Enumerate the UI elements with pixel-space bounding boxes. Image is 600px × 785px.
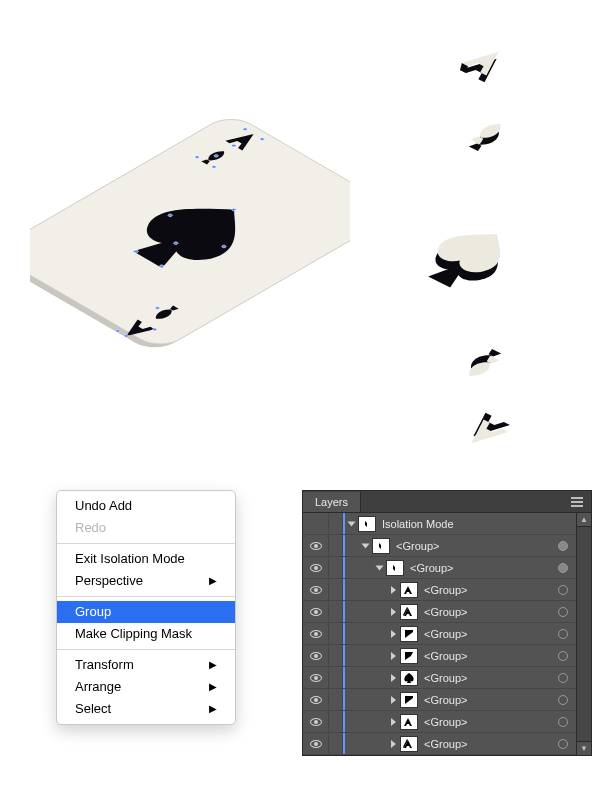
target-button[interactable] (551, 563, 575, 573)
lock-toggle[interactable] (329, 645, 343, 666)
lock-toggle[interactable] (329, 733, 343, 754)
layer-row[interactable]: <Group> (303, 535, 591, 557)
menu-item-undo-add[interactable]: Undo Add (57, 495, 235, 517)
canvas-illustration (0, 0, 600, 480)
menu-separator (57, 543, 235, 544)
disclosure-triangle-icon[interactable] (362, 543, 370, 548)
layer-row[interactable]: <Group> (303, 711, 591, 733)
layer-thumbnail (400, 670, 418, 686)
layer-tree-cell: <Group> (343, 689, 551, 710)
visibility-toggle[interactable] (303, 513, 329, 534)
lock-toggle[interactable] (329, 601, 343, 622)
visibility-toggle[interactable] (303, 711, 329, 732)
layers-tab[interactable]: Layers (303, 492, 361, 512)
layer-tree-cell: <Group> (343, 601, 551, 622)
visibility-toggle[interactable] (303, 623, 329, 644)
submenu-arrow-icon: ▶ (209, 700, 217, 718)
lock-toggle[interactable] (329, 579, 343, 600)
layers-scrollbar[interactable]: ▲ ▼ (576, 513, 591, 755)
layer-name: <Group> (396, 540, 439, 552)
lock-toggle[interactable] (329, 535, 343, 556)
layer-tree-cell: <Group> (343, 579, 551, 600)
menu-item-group[interactable]: Group (57, 601, 235, 623)
layer-row[interactable]: <Group> (303, 601, 591, 623)
layer-name: <Group> (424, 716, 467, 728)
lock-toggle[interactable] (329, 711, 343, 732)
layer-tree-cell: <Group> (343, 557, 551, 578)
lock-toggle[interactable] (329, 667, 343, 688)
eye-icon (310, 542, 322, 550)
eye-icon (310, 740, 322, 748)
menu-item-perspective[interactable]: Perspective▶ (57, 570, 235, 592)
target-button[interactable] (551, 739, 575, 749)
layer-row[interactable]: Isolation Mode (303, 513, 591, 535)
menu-item-make-clipping-mask[interactable]: Make Clipping Mask (57, 623, 235, 645)
disclosure-triangle-icon[interactable] (391, 652, 396, 660)
layer-thumbnail (400, 582, 418, 598)
layer-name: <Group> (424, 650, 467, 662)
target-ring-icon (558, 673, 568, 683)
layer-row[interactable]: <Group> (303, 557, 591, 579)
lock-toggle[interactable] (329, 557, 343, 578)
visibility-toggle[interactable] (303, 601, 329, 622)
scroll-up-icon[interactable]: ▲ (577, 513, 591, 527)
disclosure-triangle-icon[interactable] (348, 521, 356, 526)
eye-icon (310, 652, 322, 660)
layer-row[interactable]: <Group> (303, 667, 591, 689)
layer-row[interactable]: <Group> (303, 623, 591, 645)
disclosure-triangle-icon[interactable] (391, 630, 396, 638)
visibility-toggle[interactable] (303, 535, 329, 556)
disclosure-triangle-icon[interactable] (391, 696, 396, 704)
visibility-toggle[interactable] (303, 667, 329, 688)
visibility-toggle[interactable] (303, 733, 329, 754)
visibility-toggle[interactable] (303, 645, 329, 666)
visibility-toggle[interactable] (303, 557, 329, 578)
lock-toggle[interactable] (329, 513, 343, 534)
target-button[interactable] (551, 607, 575, 617)
menu-item-arrange[interactable]: Arrange▶ (57, 676, 235, 698)
lock-toggle[interactable] (329, 623, 343, 644)
visibility-toggle[interactable] (303, 689, 329, 710)
context-menu: Undo AddRedoExit Isolation ModePerspecti… (56, 490, 236, 725)
layer-row[interactable]: <Group> (303, 645, 591, 667)
layer-name: <Group> (424, 672, 467, 684)
layer-row[interactable]: <Group> (303, 689, 591, 711)
target-button[interactable] (551, 695, 575, 705)
visibility-toggle[interactable] (303, 579, 329, 600)
layer-name: <Group> (424, 584, 467, 596)
target-button[interactable] (551, 541, 575, 551)
layer-name: <Group> (424, 738, 467, 750)
layer-name: <Group> (424, 606, 467, 618)
layer-tree-cell: <Group> (343, 711, 551, 732)
scroll-down-icon[interactable]: ▼ (577, 741, 591, 755)
target-button[interactable] (551, 651, 575, 661)
menu-item-label: Perspective (75, 572, 143, 590)
layer-name: Isolation Mode (382, 518, 454, 530)
target-ring-icon (558, 585, 568, 595)
eye-icon (310, 564, 322, 572)
menu-item-label: Undo Add (75, 497, 132, 515)
menu-item-exit-isolation-mode[interactable]: Exit Isolation Mode (57, 548, 235, 570)
menu-item-label: Group (75, 603, 111, 621)
menu-separator (57, 596, 235, 597)
target-button[interactable] (551, 585, 575, 595)
disclosure-triangle-icon[interactable] (391, 608, 396, 616)
menu-item-transform[interactable]: Transform▶ (57, 654, 235, 676)
menu-item-label: Make Clipping Mask (75, 625, 192, 643)
target-button[interactable] (551, 717, 575, 727)
disclosure-triangle-icon[interactable] (376, 565, 384, 570)
eye-icon (310, 718, 322, 726)
disclosure-triangle-icon[interactable] (391, 718, 396, 726)
disclosure-triangle-icon[interactable] (391, 674, 396, 682)
layer-row[interactable]: <Group> (303, 733, 591, 755)
layer-row[interactable]: <Group> (303, 579, 591, 601)
target-button[interactable] (551, 629, 575, 639)
disclosure-triangle-icon[interactable] (391, 740, 396, 748)
layer-thumbnail (400, 648, 418, 664)
lock-toggle[interactable] (329, 689, 343, 710)
disclosure-triangle-icon[interactable] (391, 586, 396, 594)
panel-menu-icon[interactable] (569, 495, 585, 509)
layer-thumbnail (358, 516, 376, 532)
menu-item-select[interactable]: Select▶ (57, 698, 235, 720)
target-button[interactable] (551, 673, 575, 683)
